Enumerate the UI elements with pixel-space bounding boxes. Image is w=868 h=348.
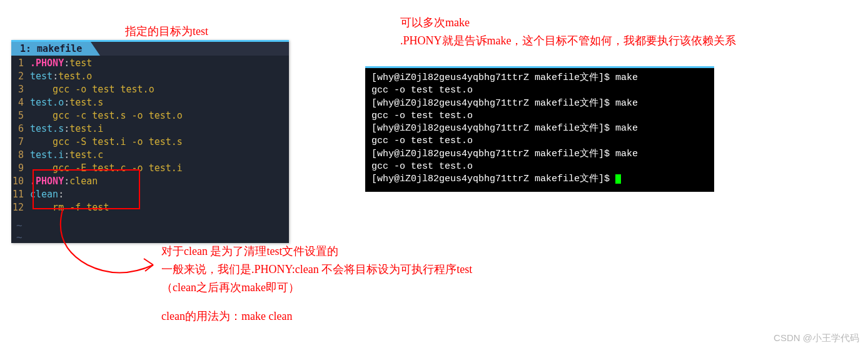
editor-tilde: ~	[11, 219, 289, 231]
code-line: 10.PHONY:clean	[11, 175, 289, 188]
annotation-top-left: 指定的目标为test	[125, 22, 208, 41]
line-number: 6	[11, 122, 30, 136]
code-content: gcc -E test.c -o test.i	[30, 162, 183, 175]
annotation-bottom: 对于clean 是为了清理test文件设置的 一般来说，我们是.PHONY:cl…	[161, 242, 472, 326]
code-line: 4test.o:test.s	[11, 96, 289, 109]
annotation-line: 对于clean 是为了清理test文件设置的	[161, 242, 472, 261]
editor-tilde: ~	[11, 231, 289, 243]
annotation-line: 可以多次make	[400, 14, 737, 32]
line-number: 5	[11, 109, 30, 122]
terminal-line: gcc -o test test.o	[371, 161, 708, 173]
code-line: 7 gcc -S test.i -o test.s	[11, 136, 289, 149]
terminal-line: [why@iZ0jl82geus4yqbhg71ttrZ makefile文件]…	[371, 97, 708, 110]
terminal-line: gcc -o test test.o	[371, 135, 708, 147]
code-editor-panel: 1: makefile 1.PHONY:test2test:test.o3 gc…	[11, 40, 289, 243]
cursor-icon	[615, 174, 621, 184]
terminal-panel[interactable]: [why@iZ0jl82geus4yqbhg71ttrZ makefile文件]…	[365, 66, 714, 192]
annotation-line: .PHONY就是告诉make，这个目标不管如何，我都要执行该依赖关系	[400, 32, 737, 50]
code-line: 11clean:	[11, 188, 289, 201]
code-line: 2test:test.o	[11, 70, 289, 83]
terminal-line: [why@iZ0jl82geus4yqbhg71ttrZ makefile文件]…	[371, 72, 708, 84]
code-line: 5 gcc -c test.s -o test.o	[11, 109, 289, 122]
code-content: gcc -o test test.o	[30, 83, 154, 96]
line-number: 11	[11, 188, 30, 201]
line-number: 8	[11, 149, 30, 162]
code-content: test.i:test.c	[30, 149, 103, 162]
tab-bar: 1: makefile	[11, 42, 289, 56]
code-content: .PHONY:test	[30, 57, 92, 70]
line-number: 7	[11, 136, 30, 149]
code-content: clean:	[30, 188, 64, 201]
code-content: gcc -c test.s -o test.o	[30, 109, 183, 122]
line-number: 2	[11, 70, 30, 83]
code-line: 9 gcc -E test.c -o test.i	[11, 162, 289, 175]
terminal-line: [why@iZ0jl82geus4yqbhg71ttrZ makefile文件]…	[371, 148, 708, 161]
line-number: 9	[11, 162, 30, 175]
annotation-line: （clean之后再次make即可）	[161, 279, 472, 297]
code-content: test:test.o	[30, 70, 92, 83]
code-content: test.o:test.s	[30, 96, 103, 109]
annotation-top-right: 可以多次make .PHONY就是告诉make，这个目标不管如何，我都要执行该依…	[400, 14, 737, 50]
line-number: 1	[11, 57, 30, 70]
code-area[interactable]: 1.PHONY:test2test:test.o3 gcc -o test te…	[11, 56, 289, 219]
code-line: 1.PHONY:test	[11, 57, 289, 70]
annotation-line: clean的用法为：make clean	[161, 307, 472, 326]
terminal-line: gcc -o test test.o	[371, 84, 708, 97]
code-content: test.s:test.i	[30, 122, 103, 136]
code-line: 6test.s:test.i	[11, 122, 289, 136]
line-number: 10	[11, 175, 30, 188]
line-number: 3	[11, 83, 30, 96]
code-line: 12 rm -f test	[11, 201, 289, 214]
line-number: 4	[11, 96, 30, 109]
code-content: .PHONY:clean	[30, 175, 98, 188]
code-line: 3 gcc -o test test.o	[11, 83, 289, 96]
code-content: gcc -S test.i -o test.s	[30, 136, 183, 149]
code-line: 8test.i:test.c	[11, 149, 289, 162]
watermark: CSDN @小王学代码	[774, 332, 859, 344]
annotation-line: 一般来说，我们是.PHONY:clean 不会将目标设为可执行程序test	[161, 261, 472, 279]
code-content: rm -f test	[30, 201, 109, 214]
editor-tab-makefile[interactable]: 1: makefile	[11, 42, 91, 56]
line-number: 12	[11, 201, 30, 214]
terminal-line: [why@iZ0jl82geus4yqbhg71ttrZ makefile文件]…	[371, 173, 708, 186]
terminal-line: [why@iZ0jl82geus4yqbhg71ttrZ makefile文件]…	[371, 122, 708, 135]
terminal-line: gcc -o test test.o	[371, 110, 708, 122]
